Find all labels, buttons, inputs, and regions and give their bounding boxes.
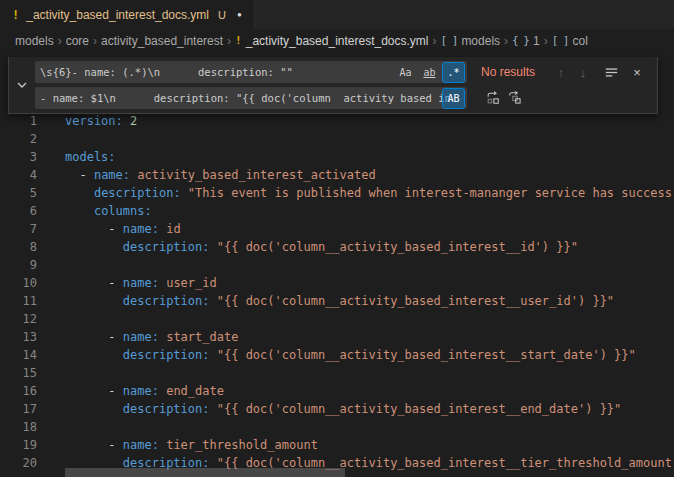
breadcrumb-item-1[interactable]: { }1 xyxy=(512,34,540,48)
replace-all-button[interactable] xyxy=(505,88,525,108)
symbol-array-icon: [ ] xyxy=(441,34,458,47)
arrow-down-icon: ↓ xyxy=(580,65,587,80)
line-number: 5 xyxy=(0,186,37,204)
line-content xyxy=(65,312,674,330)
code-line-1[interactable]: 1version: 2 xyxy=(0,114,674,132)
symbol-array-icon: [ ] xyxy=(552,34,569,47)
replace-all-icon xyxy=(508,91,522,105)
code-line-6[interactable]: 6 columns: xyxy=(0,204,674,222)
breadcrumb-item-_activity_based_interest_docs.yml[interactable]: !_activity_based_interest_docs.yml xyxy=(235,34,428,48)
line-content xyxy=(65,366,674,384)
match-case-button[interactable]: Aa xyxy=(394,62,417,83)
previous-match-button[interactable]: ↑ xyxy=(551,62,571,82)
next-match-button[interactable]: ↓ xyxy=(573,62,593,82)
line-number: 11 xyxy=(0,294,37,312)
line-number: 20 xyxy=(0,456,37,474)
code-line-12[interactable]: 12 xyxy=(0,312,674,330)
code-line-14[interactable]: 14 description: "{{ doc('column__activit… xyxy=(0,348,674,366)
line-number: 14 xyxy=(0,348,37,366)
tab-bar: ! _activity_based_interest_docs.yml U ● xyxy=(0,0,674,29)
line-number: 1 xyxy=(0,114,37,132)
code-line-4[interactable]: 4 - name: activity_based_interest_activa… xyxy=(0,168,674,186)
find-results-status: No results xyxy=(481,65,539,79)
code-line-17[interactable]: 17 description: "{{ doc('column__activit… xyxy=(0,402,674,420)
breadcrumb-item-col[interactable]: [ ]col xyxy=(552,34,588,48)
close-find-widget-button[interactable]: × xyxy=(627,62,647,82)
code-line-19[interactable]: 19 - name: tier_threshold_amount xyxy=(0,438,674,456)
breadcrumb-separator: › xyxy=(504,34,508,48)
line-number: 8 xyxy=(0,240,37,258)
replace-input[interactable]: - name: $1\n description: "{{ doc('colum… xyxy=(35,87,467,109)
close-icon: × xyxy=(633,65,641,80)
code-line-8[interactable]: 8 description: "{{ doc('column__activity… xyxy=(0,240,674,258)
line-content: - name: tier_threshold_amount xyxy=(65,438,674,456)
line-number: 10 xyxy=(0,276,37,294)
line-number: 9 xyxy=(0,258,37,276)
arrow-up-icon: ↑ xyxy=(558,65,565,80)
code-editor[interactable]: 1version: 223models:4 - name: activity_b… xyxy=(0,114,674,474)
line-number: 17 xyxy=(0,402,37,420)
breadcrumb-separator: › xyxy=(433,34,437,48)
find-input[interactable]: \s{6}- name: (.*)\n description: "" Aa a… xyxy=(35,61,467,83)
whole-word-button[interactable]: ab xyxy=(418,62,441,83)
replace-icon xyxy=(486,91,500,105)
line-number: 3 xyxy=(0,150,37,168)
breadcrumb-label: core xyxy=(66,34,89,48)
code-line-11[interactable]: 11 description: "{{ doc('column__activit… xyxy=(0,294,674,312)
line-number: 18 xyxy=(0,420,37,438)
replace-row: - name: $1\n description: "{{ doc('colum… xyxy=(35,87,651,109)
code-line-5[interactable]: 5 description: "This event is published … xyxy=(0,186,674,204)
use-regex-button[interactable]: .* xyxy=(442,62,465,83)
line-number: 19 xyxy=(0,438,37,456)
code-line-3[interactable]: 3models: xyxy=(0,150,674,168)
code-line-15[interactable]: 15 xyxy=(0,366,674,384)
line-content: version: 2 xyxy=(65,114,674,132)
breadcrumb-separator: › xyxy=(58,34,62,48)
editor-tab[interactable]: ! _activity_based_interest_docs.yml U ● xyxy=(0,0,255,29)
line-content: columns: xyxy=(65,204,674,222)
preserve-case-button[interactable]: AB xyxy=(442,88,465,109)
line-number: 2 xyxy=(0,132,37,150)
chevron-down-icon xyxy=(16,79,28,91)
breadcrumb-separator: › xyxy=(227,34,231,48)
breadcrumb-label: models xyxy=(15,34,54,48)
replace-button[interactable] xyxy=(483,88,503,108)
horizontal-scrollbar-thumb[interactable] xyxy=(65,468,345,477)
line-content: - name: activity_based_interest_activate… xyxy=(65,168,674,186)
breadcrumb: models›core›activity_based_interest›!_ac… xyxy=(0,29,674,52)
breadcrumb-item-models[interactable]: [ ]models xyxy=(441,34,501,48)
code-line-7[interactable]: 7 - name: id xyxy=(0,222,674,240)
toggle-replace-button[interactable] xyxy=(9,57,35,113)
symbol-object-icon: { } xyxy=(512,34,529,47)
find-query-text: \s{6}- name: (.*)\n description: "" xyxy=(35,66,361,78)
breadcrumb-item-models[interactable]: models xyxy=(15,34,54,48)
breadcrumb-item-activity_based_interest[interactable]: activity_based_interest xyxy=(101,34,223,48)
line-content: models: xyxy=(65,150,674,168)
tab-title: _activity_based_interest_docs.yml xyxy=(26,8,209,22)
find-replace-widget: \s{6}- name: (.*)\n description: "" Aa a… xyxy=(8,57,658,114)
line-content: description: "{{ doc('column__activity_b… xyxy=(65,294,674,312)
breadcrumb-separator: › xyxy=(544,34,548,48)
line-number: 6 xyxy=(0,204,37,222)
breadcrumb-label: col xyxy=(573,34,588,48)
code-line-9[interactable]: 9 xyxy=(0,258,674,276)
breadcrumb-label: 1 xyxy=(533,34,540,48)
find-in-selection-button[interactable] xyxy=(601,62,621,82)
breadcrumb-label: activity_based_interest xyxy=(101,34,223,48)
line-content: - name: id xyxy=(65,222,674,240)
code-line-13[interactable]: 13 - name: start_date xyxy=(0,330,674,348)
line-number: 13 xyxy=(0,330,37,348)
yaml-file-icon: ! xyxy=(12,8,19,22)
line-content: description: "{{ doc('column__activity_b… xyxy=(65,348,674,366)
code-line-10[interactable]: 10 - name: user_id xyxy=(0,276,674,294)
unsaved-changes-dot-icon[interactable]: ● xyxy=(237,10,242,19)
line-content: - name: start_date xyxy=(65,330,674,348)
breadcrumb-item-core[interactable]: core xyxy=(66,34,89,48)
git-status-badge: U xyxy=(218,9,226,21)
breadcrumb-label: models xyxy=(461,34,500,48)
breadcrumb-separator: › xyxy=(93,34,97,48)
code-line-18[interactable]: 18 xyxy=(0,420,674,438)
code-line-16[interactable]: 16 - name: end_date xyxy=(0,384,674,402)
code-line-2[interactable]: 2 xyxy=(0,132,674,150)
line-content xyxy=(65,132,674,150)
